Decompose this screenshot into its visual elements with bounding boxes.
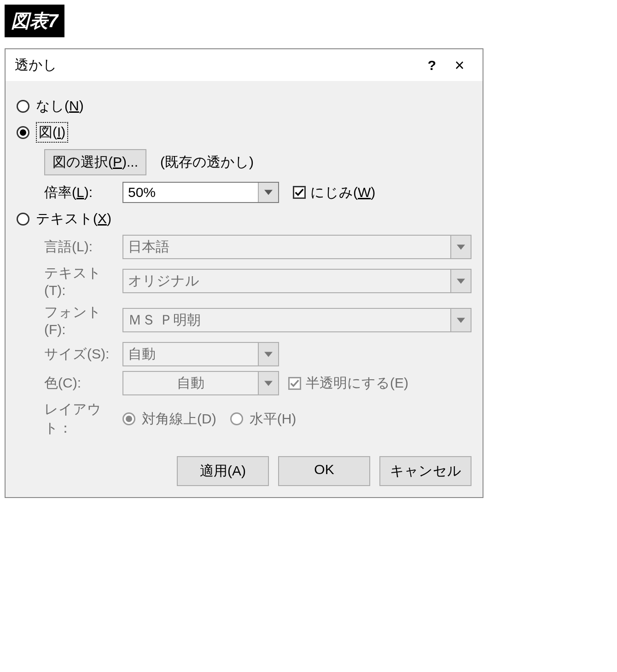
size-combo[interactable]: 自動 [122, 342, 279, 366]
radio-text-label: テキスト(X) [36, 209, 111, 228]
scale-label: 倍率(L): [44, 183, 122, 202]
font-row: フォント(F): ＭＳ Ｐ明朝 [44, 303, 471, 337]
color-label: 色(C): [44, 374, 122, 393]
apply-button[interactable]: 適用(A) [177, 456, 269, 486]
semitransparent-checkbox[interactable] [288, 377, 301, 390]
layout-row: レイアウト： 対角線上(D) 水平(H) [44, 400, 471, 438]
dialog-title: 透かし [15, 56, 418, 75]
language-label: 言語(L): [44, 238, 122, 256]
text-section: 言語(L): 日本語 テキスト(T): オリジナル フォ [44, 235, 471, 438]
radio-row-none[interactable]: なし(N) [17, 97, 471, 116]
watermark-dialog: 透かし ? × なし(N) 図(I) 図の選択(P)... (既存の透かし) [5, 48, 483, 498]
scale-row: 倍率(L): 50% にじみ(W) [44, 182, 471, 203]
chevron-down-icon[interactable] [450, 236, 471, 258]
chevron-down-icon[interactable] [258, 343, 278, 365]
language-combo[interactable]: 日本語 [122, 235, 471, 259]
semitransparent-row[interactable]: 半透明にする(E) [288, 374, 408, 393]
layout-horizontal-option[interactable]: 水平(H) [230, 410, 297, 429]
font-combo[interactable]: ＭＳ Ｐ明朝 [122, 308, 471, 332]
chevron-down-icon[interactable] [258, 372, 278, 394]
radio-row-picture[interactable]: 図(I) [17, 122, 471, 143]
font-label: フォント(F): [44, 303, 122, 337]
size-label: サイズ(S): [44, 345, 122, 364]
chevron-down-icon[interactable] [450, 309, 471, 331]
chevron-down-icon[interactable] [450, 270, 471, 292]
radio-row-text[interactable]: テキスト(X) [17, 209, 471, 228]
dialog-footer: 適用(A) OK キャンセル [17, 456, 471, 486]
text-label: テキスト(T): [44, 264, 122, 298]
color-combo[interactable]: 自動 [122, 371, 279, 395]
select-picture-row: 図の選択(P)... (既存の透かし) [44, 149, 471, 175]
layout-diagonal-option[interactable]: 対角線上(D) [122, 410, 216, 429]
figure-badge: 図表7 [5, 5, 64, 37]
language-row: 言語(L): 日本語 [44, 235, 471, 259]
layout-label: レイアウト： [44, 400, 122, 438]
radio-picture[interactable] [17, 126, 29, 139]
text-value: オリジナル [123, 270, 450, 292]
semitransparent-label: 半透明にする(E) [306, 374, 408, 393]
radio-horizontal[interactable] [230, 412, 243, 425]
washout-check-row[interactable]: にじみ(W) [293, 183, 375, 202]
help-button[interactable]: ? [418, 58, 446, 73]
existing-watermark-label: (既存の透かし) [160, 153, 254, 172]
scale-combo[interactable]: 50% [122, 182, 279, 203]
radio-none[interactable] [17, 100, 29, 113]
size-row: サイズ(S): 自動 [44, 342, 471, 366]
color-row: 色(C): 自動 半透明にする(E) [44, 371, 471, 395]
scale-value: 50% [123, 183, 258, 202]
horizontal-label: 水平(H) [250, 410, 297, 429]
diagonal-label: 対角線上(D) [142, 410, 216, 429]
ok-button[interactable]: OK [278, 456, 370, 486]
select-picture-button[interactable]: 図の選択(P)... [44, 149, 146, 175]
radio-picture-label: 図(I) [36, 122, 68, 143]
size-value: 自動 [123, 343, 258, 365]
washout-label: にじみ(W) [310, 183, 375, 202]
chevron-down-icon[interactable] [258, 183, 278, 202]
titlebar: 透かし ? × [6, 49, 483, 81]
close-button[interactable]: × [446, 58, 473, 72]
radio-diagonal[interactable] [122, 412, 135, 425]
language-value: 日本語 [123, 236, 450, 258]
washout-checkbox[interactable] [293, 186, 306, 199]
radio-none-label: なし(N) [36, 97, 84, 116]
color-value: 自動 [123, 372, 258, 394]
dialog-content: なし(N) 図(I) 図の選択(P)... (既存の透かし) 倍率(L): 50… [6, 81, 483, 497]
text-row: テキスト(T): オリジナル [44, 264, 471, 298]
cancel-button[interactable]: キャンセル [379, 456, 471, 486]
radio-text[interactable] [17, 213, 29, 226]
font-value: ＭＳ Ｐ明朝 [123, 309, 450, 331]
text-combo[interactable]: オリジナル [122, 269, 471, 293]
